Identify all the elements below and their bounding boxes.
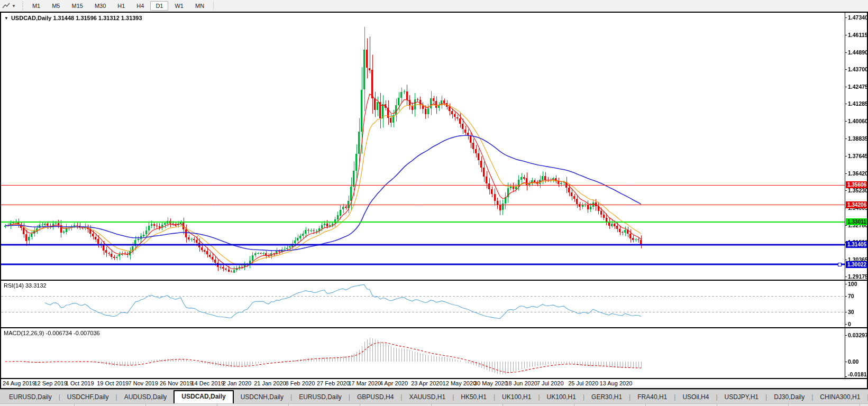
timeframe-button-m15[interactable]: M15 [66, 1, 88, 11]
date-tick-label: 12 Sep 2019 [34, 380, 67, 386]
chart-tab-usdcad-3[interactable]: USDCAD,Daily [173, 390, 233, 403]
macd-pane[interactable]: MACD(12,26,9) -0.006734 -0.007036 0.0329… [1, 328, 867, 379]
strip-divider [717, 404, 717, 406]
price-tick-label: 1.29175 [848, 273, 867, 280]
chart-title: ▼USDCAD,Daily 1.31448 1.31596 1.31312 1.… [4, 15, 142, 21]
chart-title-ohlc: 1.31448 1.31596 1.31312 1.31393 [53, 15, 142, 21]
rsi-label: RSI(14) 33.3132 [4, 282, 47, 289]
price-level-badge: 1.31405 [846, 241, 867, 248]
macd-tick-label: 0.032972 [848, 332, 867, 338]
chart-tab-bar: EURUSD,Daily|USDCHF,Daily|AUDUSD,DailyUS… [0, 389, 868, 406]
rsi-pane[interactable]: RSI(14) 33.3132 10070300 [1, 281, 867, 328]
chart-tab-hk50-8[interactable]: HK50,H1 [454, 391, 494, 403]
price-canvas[interactable] [1, 13, 867, 280]
strip-divider [288, 404, 289, 406]
strip-divider [74, 404, 75, 406]
rsi-tick-label: 70 [848, 293, 854, 299]
date-tick-label: 8 Feb 2020 [286, 380, 315, 386]
date-tick-label: 2 Jan 2020 [223, 380, 251, 386]
chart-tab-usdjpy-14[interactable]: USDJPY,H1 [718, 391, 765, 403]
price-level-badge: 1.34206 [846, 201, 867, 208]
price-tick-label: 1.40060 [848, 118, 867, 124]
rsi-tick-label: 100 [848, 281, 857, 287]
price-tick-label: 1.36420 [848, 170, 867, 177]
chart-tab-usdchf-1[interactable]: USDCHF,Daily [60, 391, 116, 403]
chart-tab-row: EURUSD,Daily|USDCHF,Daily|AUDUSD,DailyUS… [0, 390, 868, 403]
timeframe-button-m1[interactable]: M1 [27, 1, 45, 11]
date-tick-label: 26 Nov 2019 [160, 380, 193, 386]
chart-tab-ger30-11[interactable]: GER30,H1 [584, 391, 629, 403]
date-tick-label: 25 Jul 2020 [568, 380, 598, 386]
timeframe-button-d1[interactable]: D1 [150, 1, 168, 11]
chart-tab-dj30-15[interactable]: DJ30,Daily [767, 391, 811, 403]
date-tick-label: 23 Apr 2020 [411, 380, 442, 386]
price-pane[interactable]: ▼USDCAD,Daily 1.31448 1.31596 1.31312 1.… [1, 13, 867, 281]
chart-tab-eurusd-5[interactable]: EURUSD,Daily [292, 391, 349, 403]
chart-tab-usoil-13[interactable]: USOil,H4 [675, 391, 716, 403]
chart-tab-xauusd-7[interactable]: XAUUSD,H1 [402, 391, 452, 403]
chart-tab-audusd-2[interactable]: AUDUSD,Daily [117, 391, 174, 403]
chart-title-collapse-icon[interactable]: ▼ [4, 16, 8, 21]
price-tick-label: 1.44890 [848, 49, 867, 56]
dropdown-caret-icon[interactable]: ▼ [12, 4, 16, 8]
strip-divider [645, 404, 646, 406]
price-tick-label: 1.37645 [848, 153, 867, 159]
strip-divider [360, 404, 360, 406]
date-tick-label: 24 Aug 2019 [3, 380, 35, 386]
timeframe-button-m5[interactable]: M5 [47, 1, 65, 11]
timeframe-toolbar: ▼ M1M5M15M30H1H4D1W1MN [0, 0, 868, 12]
date-tick-label: 4 Apr 2020 [380, 380, 408, 386]
level-line-handle[interactable] [838, 263, 842, 266]
price-tick-label: 1.46115 [848, 32, 867, 38]
date-tick-label: 30 May 2020 [474, 380, 508, 386]
chart-window: ▼USDCAD,Daily 1.31448 1.31596 1.31312 1.… [0, 12, 868, 389]
price-tick-label: 1.41285 [848, 100, 867, 107]
strip-divider [217, 404, 217, 406]
rsi-canvas[interactable] [1, 281, 867, 327]
chart-tab-usdcnh-4[interactable]: USDCNH,Daily [234, 391, 290, 403]
date-tick-label: 27 Feb 2020 [317, 380, 350, 386]
toolbar-grip [22, 2, 23, 10]
date-tick-label: 7 Nov 2019 [129, 380, 158, 386]
timeframe-button-w1[interactable]: W1 [169, 1, 189, 11]
timeframe-button-mn[interactable]: MN [190, 1, 209, 11]
chart-tab-gbpusd-6[interactable]: GBPUSD,H4 [350, 391, 400, 403]
timeframe-button-h1[interactable]: H1 [112, 1, 130, 11]
toolbar-separator [213, 2, 214, 10]
price-level-badge: 1.35606 [846, 181, 867, 188]
chart-tab-eurusd-0[interactable]: EURUSD,Daily [2, 391, 59, 403]
timeframe-button-m30[interactable]: M30 [89, 1, 111, 11]
rsi-tick-label: 30 [848, 309, 854, 315]
timeframe-buttons: M1M5M15M30H1H4D1W1MN [26, 1, 210, 11]
date-tick-label: 14 Dec 2019 [191, 380, 224, 386]
chart-tab-uk100-9[interactable]: UK100,H1 [495, 391, 538, 403]
date-tick-label: 13 Aug 2020 [600, 380, 633, 386]
macd-canvas[interactable] [1, 328, 867, 378]
chart-tab-china300-16[interactable]: CHINA300,H1 [813, 391, 867, 403]
strip-divider [788, 404, 789, 406]
date-tick-label: 1 Oct 2019 [66, 380, 94, 386]
date-axis[interactable]: 24 Aug 201912 Sep 20191 Oct 201919 Oct 2… [1, 379, 867, 388]
date-tick-label: 21 Jan 2020 [254, 380, 286, 386]
chart-tab-fra40-12[interactable]: FRA40,H1 [631, 391, 674, 403]
mt4-application: ▼ M1M5M15M30H1H4D1W1MN ▼USDCAD,Daily 1.3… [0, 0, 868, 406]
date-tick-label: 7 Jul 2020 [537, 380, 564, 386]
strip-divider [574, 404, 574, 406]
strip-divider [860, 404, 860, 406]
strip-divider [502, 404, 503, 406]
chart-title-symbol: USDCAD,Daily [11, 15, 51, 21]
strip-divider [145, 404, 146, 406]
date-tick-label: 19 Oct 2019 [97, 380, 129, 386]
price-level-badge: 1.33011 [846, 218, 867, 225]
line-studies-icon[interactable]: ▼ [0, 1, 18, 11]
chart-tab-uk100-10[interactable]: UK100,H1 [540, 391, 583, 403]
macd-tick-label: -0.018154 [848, 371, 867, 377]
date-tick-label: 12 May 2020 [443, 380, 477, 386]
tab-bottom-strip [0, 403, 868, 406]
date-tick-label: 17 Mar 2020 [348, 380, 381, 386]
price-tick-label: 1.42475 [848, 84, 867, 90]
rsi-tick-label: 0 [848, 321, 851, 327]
date-tick-label: 18 Jun 2020 [505, 380, 537, 386]
timeframe-button-h4[interactable]: H4 [131, 1, 149, 11]
price-level-badge: 1.30022 [846, 261, 867, 268]
